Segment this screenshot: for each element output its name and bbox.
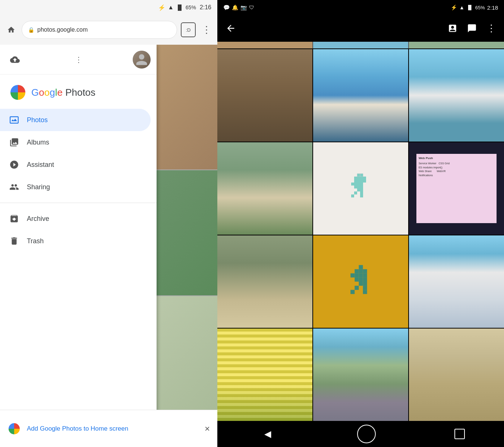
- photo-cell-truck-1[interactable]: [313, 49, 408, 142]
- nav-item-trash[interactable]: Trash: [0, 230, 157, 252]
- partial-cell-3: [409, 42, 504, 48]
- yellow-dino-svg: [344, 263, 378, 300]
- svg-rect-7: [357, 180, 360, 183]
- tab-switcher-button[interactable]: :D: [181, 22, 196, 37]
- upload-button[interactable]: [6, 51, 24, 69]
- whatsapp-icon: 💬: [223, 4, 230, 10]
- banner-close-button[interactable]: ×: [205, 424, 210, 434]
- svg-rect-16: [360, 186, 363, 188]
- time-left: 2:16: [200, 4, 211, 11]
- grid-row-3: [217, 235, 504, 328]
- nav-item-photos[interactable]: Photos: [0, 109, 151, 131]
- drawer-more-button[interactable]: ⋮: [72, 53, 85, 66]
- navigation-drawer: ⋮ Google Photos: [0, 45, 157, 421]
- photo-cell-stripes[interactable]: [217, 329, 312, 421]
- more-button-right[interactable]: ⋮: [483, 20, 500, 37]
- photo-cell-car-1[interactable]: [409, 49, 504, 142]
- avatar[interactable]: [133, 51, 151, 69]
- photo-cell-building[interactable]: [409, 235, 504, 328]
- status-bar-right: 💬 🔔 📷 🛡 ⚡ ▲ ▐▌ 65% 2:18: [217, 0, 504, 15]
- svg-rect-13: [360, 183, 363, 186]
- svg-rect-39: [363, 286, 367, 290]
- grid-row-4: [217, 329, 504, 421]
- time-right: 2:18: [487, 4, 498, 11]
- archive-icon: [9, 213, 19, 224]
- svg-rect-31: [359, 273, 363, 278]
- svg-rect-29: [350, 273, 355, 278]
- dino-sketch-svg: [346, 172, 376, 205]
- svg-rect-5: [363, 177, 366, 180]
- url-text: photos.google.com: [37, 26, 88, 33]
- chrome-toolbar: 🔒 photos.google.com :D ⋮: [0, 15, 217, 45]
- svg-rect-2: [354, 177, 357, 180]
- nav-label-trash: Trash: [27, 237, 44, 245]
- url-bar[interactable]: 🔒 photos.google.com: [22, 21, 177, 39]
- recents-button-right-nav[interactable]: [454, 429, 465, 439]
- partial-cell-2: [313, 42, 408, 48]
- photo-cell-glass[interactable]: [217, 235, 312, 328]
- chrome-more-button[interactable]: ⋮: [199, 23, 213, 37]
- signal-icon: ▐▌: [176, 4, 183, 10]
- svg-rect-32: [363, 273, 367, 278]
- status-bar-left: ⚡ ▲ ▐▌ 65% 2:16: [0, 0, 217, 15]
- svg-rect-11: [354, 183, 357, 186]
- svg-rect-20: [360, 191, 363, 194]
- avatar-image: [133, 51, 151, 69]
- back-button-right[interactable]: [222, 19, 240, 37]
- photo-cell-presentation[interactable]: Web Push Service Worker CSS Grid ES modu…: [409, 142, 504, 235]
- nav-item-archive[interactable]: Archive: [0, 207, 157, 230]
- nav-list: Photos Albums Assistant: [0, 109, 157, 198]
- photo-cell-beer[interactable]: [409, 329, 504, 421]
- lock-icon: 🔒: [28, 27, 34, 33]
- svg-rect-17: [357, 188, 360, 191]
- banner-text: Add Google Photos to Home screen: [27, 425, 128, 432]
- svg-rect-38: [355, 286, 359, 290]
- partial-cell-1: [217, 42, 312, 48]
- nav-item-albums[interactable]: Albums: [0, 131, 157, 153]
- add-photo-button[interactable]: [444, 20, 461, 37]
- svg-rect-3: [357, 177, 360, 180]
- battery-text: 65%: [186, 4, 196, 10]
- assistant-icon: [9, 159, 19, 170]
- notification-icon: 🔔: [232, 4, 238, 10]
- back-button-right-nav[interactable]: ◀: [256, 423, 279, 445]
- nav-item-assistant[interactable]: Assistant: [0, 153, 157, 176]
- chat-button[interactable]: [464, 20, 480, 37]
- photo-cell-food-1[interactable]: [217, 49, 312, 142]
- app-toolbar-right: ⋮: [217, 15, 504, 42]
- photo-cell-dino-sketch[interactable]: [313, 142, 408, 235]
- svg-rect-41: [363, 290, 367, 294]
- photo-grid: Web Push Service Worker CSS Grid ES modu…: [217, 42, 504, 421]
- bottom-nav-right: ◀: [217, 421, 504, 447]
- svg-rect-36: [359, 282, 363, 286]
- svg-rect-30: [355, 273, 359, 278]
- svg-rect-37: [363, 282, 367, 286]
- signal-icon-right: ▐▌: [467, 5, 473, 10]
- home-button[interactable]: [4, 23, 18, 37]
- svg-rect-4: [360, 177, 363, 180]
- grid-row-1: [217, 49, 504, 142]
- photo-cell-outdoor-1[interactable]: [217, 142, 312, 235]
- status-icons-left: ⚡ ▲ ▐▌ 65% 2:16: [158, 4, 211, 11]
- bluetooth-icon-right: ⚡: [451, 4, 457, 10]
- photos-icon: [9, 115, 19, 125]
- drawer-header: ⋮: [0, 45, 157, 74]
- svg-rect-33: [355, 278, 359, 282]
- svg-rect-10: [351, 183, 354, 186]
- app-status-icons: 💬 🔔 📷 🛡: [223, 4, 254, 10]
- svg-rect-35: [363, 278, 367, 282]
- wifi-icon-right: ▲: [459, 4, 464, 10]
- home-button-right-nav[interactable]: [357, 425, 376, 443]
- bluetooth-icon: ⚡: [158, 4, 166, 11]
- nav-item-sharing[interactable]: Sharing: [0, 176, 157, 198]
- svg-rect-12: [357, 183, 360, 186]
- system-status-icons: ⚡ ▲ ▐▌ 65% 2:18: [451, 4, 498, 11]
- photo-cell-people[interactable]: [313, 329, 408, 421]
- nav-label-archive: Archive: [27, 215, 49, 223]
- svg-rect-27: [359, 269, 363, 273]
- photo-cell-yellow-dino[interactable]: [313, 235, 408, 328]
- wifi-icon: ▲: [168, 4, 174, 11]
- svg-rect-40: [350, 290, 355, 294]
- svg-rect-26: [355, 269, 359, 273]
- svg-rect-0: [357, 174, 360, 177]
